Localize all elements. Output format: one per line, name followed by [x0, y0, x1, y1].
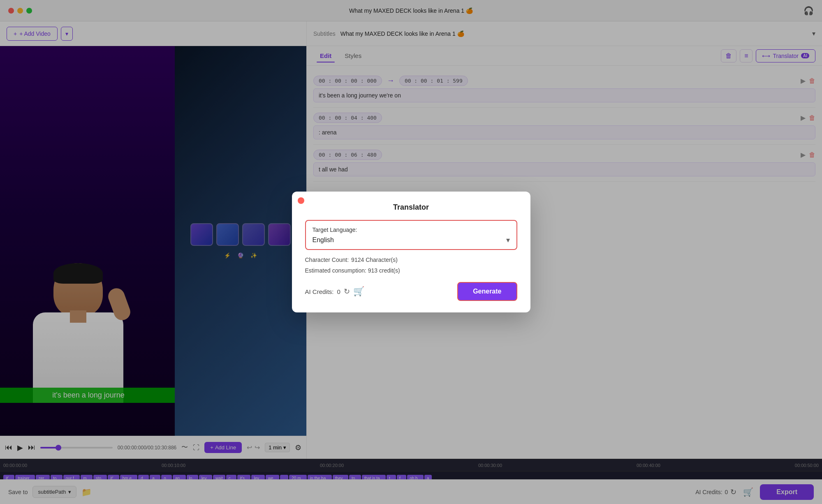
modal-close-button[interactable]	[298, 197, 304, 204]
target-language-section: Target Language: English ▾	[305, 220, 517, 250]
cart-button-modal[interactable]: 🛒	[353, 286, 364, 297]
character-count-label: Character Count:	[305, 257, 349, 263]
ai-credits-modal-label: AI Credits:	[305, 288, 334, 295]
ai-credits-modal: AI Credits: 0 ↻ 🛒	[305, 286, 364, 297]
modal-overlay[interactable]: Translator Target Language: English ▾ Ch…	[0, 0, 822, 504]
ai-credits-modal-value: 0	[337, 288, 340, 295]
modal-title: Translator	[305, 203, 517, 212]
language-select[interactable]: English	[313, 236, 510, 243]
translator-modal: Translator Target Language: English ▾ Ch…	[292, 192, 530, 312]
character-count-row: Character Count: 9124 Character(s)	[305, 257, 517, 263]
estimated-consumption-row: Estimated consumption: 913 credit(s)	[305, 267, 517, 274]
refresh-button-modal[interactable]: ↻	[344, 287, 350, 296]
target-language-label: Target Language:	[313, 227, 510, 233]
language-select-wrapper[interactable]: English ▾	[313, 236, 510, 243]
generate-button[interactable]: Generate	[457, 282, 517, 301]
character-count-value: 9124 Character(s)	[351, 257, 398, 263]
estimated-consumption-label: Estimated consumption: 913 credit(s)	[305, 267, 400, 274]
modal-footer: AI Credits: 0 ↻ 🛒 Generate	[305, 282, 517, 301]
